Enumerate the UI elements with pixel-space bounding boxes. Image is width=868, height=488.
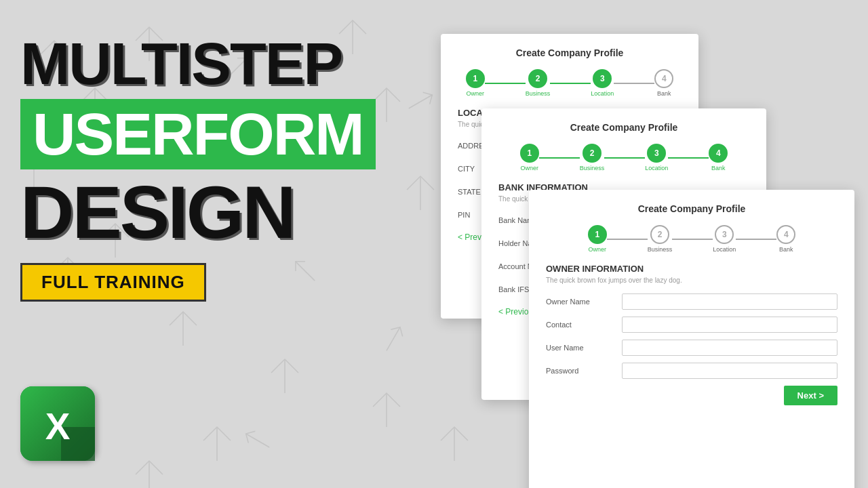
- password-label: Password: [546, 367, 614, 375]
- step1-label: Owner: [466, 90, 484, 97]
- p3-step2-line: [672, 239, 713, 240]
- step2-label: Business: [526, 90, 551, 97]
- password-row: Password: [546, 363, 837, 379]
- step1-line: [485, 83, 526, 84]
- p2-step2-label: Business: [580, 165, 605, 171]
- p3-step4-label: Bank: [779, 246, 793, 253]
- contact-label: Contact: [546, 321, 614, 329]
- contact-input[interactable]: [622, 317, 837, 333]
- contact-row: Contact: [546, 317, 837, 333]
- panel1-title: Create Company Profile: [458, 47, 682, 58]
- p3-step3-line: [736, 239, 776, 240]
- step3-circle: 3: [593, 69, 612, 88]
- p2-step2-circle: 2: [583, 144, 601, 163]
- panel2-title: Create Company Profile: [498, 122, 749, 133]
- p2-step3-circle: 3: [647, 144, 666, 163]
- svg-text:X: X: [45, 405, 71, 447]
- p3-step3-label: Location: [713, 246, 736, 253]
- title-multistep: MULTISTEP: [20, 34, 454, 94]
- title-userform: USERFORM: [33, 104, 363, 164]
- panel3-footer: Next >: [546, 386, 837, 405]
- full-training-badge: FULL TRAINING: [20, 263, 206, 302]
- p2-step3-label: Location: [645, 165, 668, 171]
- full-training-text: FULL TRAINING: [41, 272, 185, 292]
- panel3-section: OWNER INFORMATION: [546, 264, 837, 274]
- step2-circle: 2: [528, 69, 547, 88]
- password-input[interactable]: [622, 363, 837, 379]
- panel3-subtext: The quick brown fox jumps over the lazy …: [546, 277, 837, 284]
- p2-step4-circle: 4: [709, 144, 728, 163]
- p2-step1-label: Owner: [520, 165, 538, 171]
- step3-line: [614, 83, 654, 84]
- p3-step1-circle: 1: [588, 225, 607, 244]
- step4-label: Bank: [657, 90, 671, 97]
- p2-step2-line: [604, 157, 645, 159]
- title-design: DESIGN: [20, 175, 454, 249]
- svg-line-19: [387, 327, 400, 351]
- p3-step4-circle: 4: [776, 225, 795, 244]
- step4-circle: 4: [654, 69, 673, 88]
- ownername-input[interactable]: [622, 293, 837, 310]
- ownername-label: Owner Name: [546, 298, 614, 306]
- p2-step4-label: Bank: [711, 165, 726, 171]
- p2-step1-line: [539, 157, 580, 159]
- next-button[interactable]: Next >: [784, 386, 837, 405]
- username-label: User Name: [546, 344, 614, 352]
- form-panel-owner: Create Company Profile 1 Owner 2 Busines…: [529, 190, 854, 488]
- title-userform-wrapper: USERFORM: [20, 99, 376, 169]
- left-content: MULTISTEP USERFORM DESIGN FULL TRAINING: [20, 34, 454, 302]
- excel-icon: X: [20, 386, 95, 461]
- p3-step2-label: Business: [648, 246, 673, 253]
- panel3-step-indicator: 1 Owner 2 Business 3 Location 4 Bank: [546, 225, 837, 253]
- ownername-row: Owner Name: [546, 293, 837, 310]
- p3-step2-circle: 2: [650, 225, 669, 244]
- p3-step1-line: [607, 239, 648, 240]
- step2-line: [550, 83, 591, 84]
- step3-label: Location: [591, 90, 614, 97]
- panel1-step-indicator: 1 Owner 2 Business 3 Location 4 Bank: [458, 69, 682, 97]
- svg-line-22: [246, 434, 270, 447]
- step1-circle: 1: [466, 69, 485, 88]
- p3-step1-label: Owner: [588, 246, 606, 253]
- panel2-step-indicator: 1 Owner 2 Business 3 Location 4 Bank: [498, 144, 749, 171]
- p2-step1-circle: 1: [520, 144, 539, 163]
- username-row: User Name: [546, 340, 837, 356]
- p3-step3-circle: 3: [715, 225, 734, 244]
- p2-step3-line: [668, 157, 709, 159]
- username-input[interactable]: [622, 340, 837, 356]
- forms-container: Create Company Profile 1 Owner 2 Busines…: [427, 20, 868, 481]
- panel3-title: Create Company Profile: [546, 203, 837, 214]
